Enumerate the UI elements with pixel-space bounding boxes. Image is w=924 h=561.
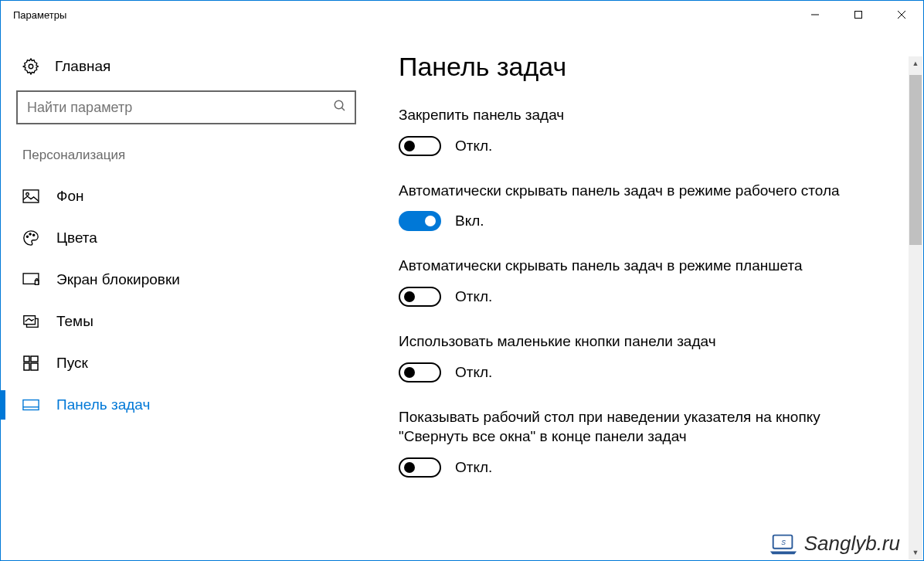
sidebar-item-label: Панель задач bbox=[56, 396, 150, 413]
window-controls bbox=[793, 1, 923, 29]
toggle-switch[interactable] bbox=[399, 457, 441, 478]
content-area: Панель задач Закрепить панель задач Откл… bbox=[368, 29, 923, 560]
svg-rect-16 bbox=[31, 356, 38, 362]
section-label: Персонализация bbox=[22, 148, 368, 163]
maximize-icon bbox=[854, 10, 863, 19]
home-label: Главная bbox=[55, 58, 110, 75]
laptop-icon: S bbox=[769, 532, 798, 556]
sidebar-item-label: Цвета bbox=[56, 230, 97, 246]
svg-point-5 bbox=[335, 100, 343, 109]
svg-line-6 bbox=[341, 107, 345, 110]
settings-window: Параметры Главная bbox=[0, 0, 924, 561]
search-icon bbox=[333, 99, 347, 116]
start-icon bbox=[22, 355, 39, 372]
setting-small-buttons: Использовать маленькие кнопки панели зад… bbox=[399, 332, 900, 382]
titlebar: Параметры bbox=[1, 1, 923, 29]
svg-rect-15 bbox=[24, 356, 29, 362]
setting-label: Автоматически скрывать панель задач в ре… bbox=[399, 181, 878, 201]
toggle-switch[interactable] bbox=[399, 136, 441, 156]
search-wrap bbox=[16, 90, 356, 124]
palette-icon bbox=[22, 230, 39, 246]
svg-point-9 bbox=[26, 236, 28, 237]
svg-text:S: S bbox=[781, 538, 786, 546]
sidebar: Главная Персонализация Фон Цвета bbox=[1, 29, 368, 560]
svg-rect-1 bbox=[855, 12, 862, 19]
sidebar-item-label: Темы bbox=[56, 313, 93, 330]
watermark: S Sanglyb.ru bbox=[769, 532, 900, 556]
svg-rect-13 bbox=[35, 280, 39, 284]
scrollbar[interactable]: ▲ ▼ bbox=[909, 56, 922, 559]
sidebar-item-label: Пуск bbox=[56, 355, 88, 372]
maximize-button[interactable] bbox=[837, 1, 880, 29]
close-icon bbox=[897, 10, 906, 19]
sidebar-item-label: Экран блокировки bbox=[56, 271, 180, 288]
setting-lock-taskbar: Закрепить панель задач Откл. bbox=[399, 105, 900, 156]
window-title: Параметры bbox=[13, 9, 66, 21]
svg-point-8 bbox=[26, 193, 29, 196]
watermark-text: Sanglyb.ru bbox=[804, 532, 900, 556]
svg-rect-18 bbox=[31, 363, 38, 370]
sidebar-item-background[interactable]: Фон bbox=[16, 175, 368, 217]
toggle-row: Откл. bbox=[399, 136, 900, 156]
toggle-state: Откл. bbox=[455, 138, 492, 155]
sidebar-item-taskbar[interactable]: Панель задач bbox=[16, 384, 368, 426]
sidebar-item-lockscreen[interactable]: Экран блокировки bbox=[16, 259, 368, 301]
setting-autohide-desktop: Автоматически скрывать панель задач в ре… bbox=[399, 181, 900, 232]
gear-icon bbox=[22, 58, 39, 75]
home-nav[interactable]: Главная bbox=[16, 52, 368, 90]
svg-rect-17 bbox=[24, 363, 29, 370]
themes-icon bbox=[22, 313, 39, 330]
scrollbar-thumb[interactable] bbox=[909, 75, 922, 245]
toggle-knob bbox=[404, 141, 415, 151]
toggle-knob bbox=[404, 462, 415, 473]
setting-label: Автоматически скрывать панель задач в ре… bbox=[399, 256, 878, 276]
svg-rect-19 bbox=[23, 400, 39, 410]
svg-point-11 bbox=[33, 234, 35, 236]
lockscreen-icon bbox=[22, 271, 39, 288]
picture-icon bbox=[22, 188, 39, 205]
toggle-row: Откл. bbox=[399, 287, 900, 307]
sidebar-item-start[interactable]: Пуск bbox=[16, 342, 368, 384]
toggle-switch[interactable] bbox=[399, 211, 441, 231]
toggle-state: Откл. bbox=[455, 364, 492, 381]
page-title: Панель задач bbox=[399, 52, 900, 82]
scroll-down-arrow[interactable]: ▼ bbox=[909, 546, 922, 559]
minimize-icon bbox=[810, 10, 820, 19]
setting-label: Использовать маленькие кнопки панели зад… bbox=[399, 332, 878, 352]
search-input[interactable] bbox=[16, 90, 356, 124]
toggle-knob bbox=[404, 367, 415, 378]
setting-peek-desktop: Показывать рабочий стол при наведении ук… bbox=[399, 407, 900, 478]
sidebar-item-label: Фон bbox=[56, 188, 84, 205]
toggle-knob bbox=[404, 291, 415, 302]
toggle-state: Вкл. bbox=[455, 212, 484, 230]
toggle-row: Откл. bbox=[399, 362, 900, 382]
window-body: Главная Персонализация Фон Цвета bbox=[1, 29, 923, 560]
svg-rect-7 bbox=[23, 190, 39, 202]
setting-label: Показывать рабочий стол при наведении ук… bbox=[399, 407, 878, 447]
sidebar-item-themes[interactable]: Темы bbox=[16, 301, 368, 342]
toggle-state: Откл. bbox=[455, 288, 492, 305]
scroll-up-arrow[interactable]: ▲ bbox=[909, 56, 922, 70]
toggle-switch[interactable] bbox=[399, 362, 441, 382]
taskbar-icon bbox=[22, 396, 39, 413]
toggle-knob bbox=[425, 216, 436, 226]
toggle-state: Откл. bbox=[455, 459, 492, 476]
setting-label: Закрепить панель задач bbox=[399, 105, 878, 125]
svg-point-4 bbox=[29, 64, 33, 69]
toggle-row: Вкл. bbox=[399, 211, 900, 231]
toggle-row: Откл. bbox=[399, 457, 900, 478]
close-button[interactable] bbox=[880, 1, 923, 29]
minimize-button[interactable] bbox=[793, 1, 837, 29]
setting-autohide-tablet: Автоматически скрывать панель задач в ре… bbox=[399, 256, 900, 307]
sidebar-item-colors[interactable]: Цвета bbox=[16, 217, 368, 259]
toggle-switch[interactable] bbox=[399, 287, 441, 307]
svg-point-10 bbox=[29, 233, 31, 235]
